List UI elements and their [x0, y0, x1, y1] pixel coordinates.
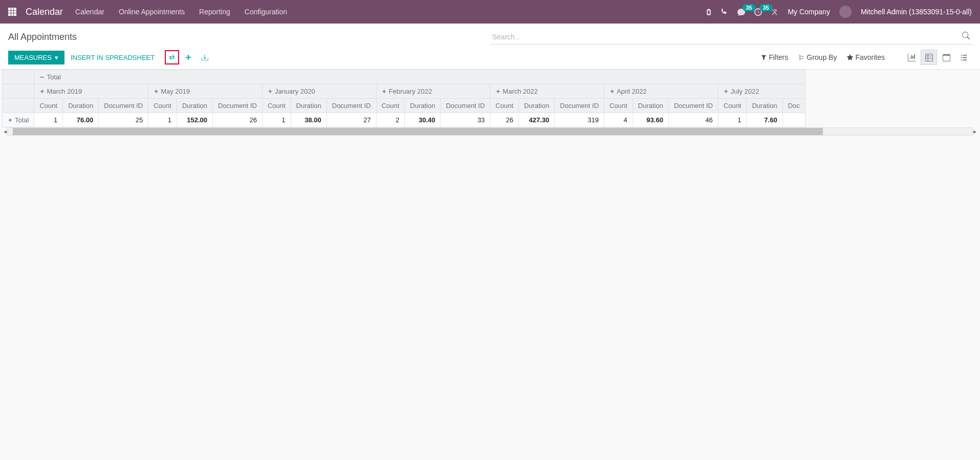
- row-total-label: Total: [15, 116, 29, 124]
- pivot-measure-header[interactable]: Count: [34, 99, 63, 113]
- pivot-cell: 2: [376, 113, 405, 127]
- pivot-total-header[interactable]: −Total: [34, 70, 805, 84]
- app-brand[interactable]: Calendar: [26, 7, 63, 17]
- horizontal-scrollbar[interactable]: ◀ ▶: [7, 127, 973, 136]
- pivot-col-header[interactable]: +May 2019: [148, 84, 263, 99]
- pivot-col-header[interactable]: +February 2022: [376, 84, 490, 99]
- pivot-measure-header[interactable]: Duration: [405, 99, 441, 113]
- main-navbar: Calendar Calendar Online Appointments Re…: [0, 0, 980, 24]
- pivot-container: −Total +March 2019+May 2019+January 2020…: [0, 70, 980, 136]
- total-label: Total: [47, 73, 60, 81]
- scroll-thumb[interactable]: [13, 128, 823, 135]
- pivot-cell: 38.00: [291, 113, 326, 127]
- measures-label: MEASURES: [14, 54, 52, 61]
- pivot-measure-header[interactable]: Count: [376, 99, 405, 113]
- pivot-measure-header[interactable]: Doc: [782, 99, 805, 113]
- pivot-cell: 25: [99, 113, 148, 127]
- pivot-measure-header[interactable]: Duration: [519, 99, 555, 113]
- pivot-cell: 152.00: [177, 113, 212, 127]
- pivot-measure-header[interactable]: Count: [490, 99, 519, 113]
- pivot-measure-header[interactable]: Document ID: [213, 99, 263, 113]
- pivot-measure-header[interactable]: Document ID: [326, 99, 376, 113]
- pivot-cell: 30.40: [405, 113, 441, 127]
- phone-icon[interactable]: [722, 9, 728, 15]
- user-avatar[interactable]: [839, 6, 852, 18]
- company-selector[interactable]: My Company: [788, 8, 830, 16]
- pivot-col-header[interactable]: +March 2019: [34, 84, 148, 99]
- pivot-col-header[interactable]: +July 2022: [718, 84, 805, 99]
- pivot-measure-header[interactable]: Document ID: [668, 99, 718, 113]
- pivot-blank: [3, 84, 34, 99]
- measures-button[interactable]: MEASURES ▾: [8, 51, 64, 64]
- user-menu[interactable]: Mitchell Admin (13853091-15-0-all): [861, 8, 972, 16]
- caret-down-icon: ▾: [55, 54, 58, 61]
- download-button[interactable]: [198, 50, 212, 64]
- messages-badge: 35: [743, 4, 755, 11]
- view-calendar-button[interactable]: [938, 50, 954, 65]
- activities-icon[interactable]: 35: [754, 8, 762, 16]
- search-icon[interactable]: [962, 32, 970, 39]
- pivot-measure-header[interactable]: Document ID: [441, 99, 490, 113]
- view-list-button[interactable]: [955, 50, 972, 65]
- activities-badge: 35: [759, 4, 772, 11]
- flip-axis-button[interactable]: [165, 50, 179, 64]
- view-switcher: [903, 50, 972, 65]
- pivot-measure-header[interactable]: Count: [718, 99, 747, 113]
- bug-icon[interactable]: [705, 8, 712, 15]
- pivot-cell: 26: [213, 113, 263, 127]
- filters-button[interactable]: Filters: [761, 53, 788, 61]
- pivot-measure-header[interactable]: Duration: [747, 99, 782, 113]
- pivot-measure-header[interactable]: Document ID: [99, 99, 148, 113]
- pivot-cell: 27: [326, 113, 376, 127]
- groupby-icon: [798, 54, 804, 60]
- insert-spreadsheet-button[interactable]: INSERT IN SPREADSHEET: [64, 51, 161, 64]
- scroll-right-arrow[interactable]: ▶: [972, 128, 977, 135]
- search-input[interactable]: [490, 30, 972, 45]
- apps-menu-icon[interactable]: [8, 8, 16, 16]
- pivot-measure-header[interactable]: Duration: [633, 99, 668, 113]
- messages-icon[interactable]: 35: [737, 8, 745, 16]
- groupby-label: Group By: [807, 53, 837, 61]
- expand-all-button[interactable]: [181, 50, 195, 64]
- pivot-measure-header[interactable]: Duration: [63, 99, 99, 113]
- pivot-cell: 7.60: [747, 113, 782, 127]
- pivot-cell: [782, 113, 805, 127]
- pivot-measure-header[interactable]: Document ID: [555, 99, 604, 113]
- expand-icon: +: [8, 116, 13, 124]
- nav-menu: Calendar Online Appointments Reporting C…: [75, 8, 287, 16]
- view-graph-button[interactable]: [903, 50, 920, 65]
- pivot-cell: 46: [668, 113, 718, 127]
- pivot-cell: 76.00: [63, 113, 99, 127]
- nav-online-appointments[interactable]: Online Appointments: [119, 8, 185, 16]
- filter-icon: [761, 55, 767, 60]
- pivot-corner: [3, 70, 34, 84]
- tools-icon[interactable]: [771, 8, 778, 15]
- pivot-measure-header[interactable]: Duration: [177, 99, 212, 113]
- nav-configuration[interactable]: Configuration: [245, 8, 287, 16]
- pivot-cell: 1: [34, 113, 63, 127]
- pivot-col-header[interactable]: +April 2022: [604, 84, 718, 99]
- search-container: [490, 30, 972, 45]
- pivot-cell: 1: [718, 113, 747, 127]
- pivot-measure-header[interactable]: Count: [148, 99, 177, 113]
- pivot-measure-header[interactable]: Duration: [291, 99, 326, 113]
- favorites-button[interactable]: Favorites: [847, 53, 885, 61]
- collapse-icon: −: [39, 73, 45, 81]
- pivot-col-header[interactable]: +January 2020: [262, 84, 376, 99]
- pivot-cell: 93.60: [633, 113, 668, 127]
- scroll-left-arrow[interactable]: ◀: [3, 128, 8, 135]
- pivot-row-total[interactable]: +Total: [3, 113, 34, 127]
- filters-label: Filters: [769, 53, 788, 61]
- pivot-cell: 1: [148, 113, 177, 127]
- pivot-table: −Total +March 2019+May 2019+January 2020…: [2, 70, 805, 127]
- pivot-cell: 33: [441, 113, 490, 127]
- nav-right: 35 35 My Company Mitchell Admin (1385309…: [705, 6, 972, 18]
- nav-calendar[interactable]: Calendar: [75, 8, 104, 16]
- groupby-button[interactable]: Group By: [798, 53, 837, 61]
- nav-reporting[interactable]: Reporting: [199, 8, 230, 16]
- pivot-measure-header[interactable]: Count: [604, 99, 633, 113]
- pivot-measure-header[interactable]: Count: [262, 99, 291, 113]
- pivot-col-header[interactable]: +March 2022: [490, 84, 604, 99]
- view-pivot-button[interactable]: [921, 50, 937, 65]
- breadcrumb: All Appointments: [8, 32, 77, 42]
